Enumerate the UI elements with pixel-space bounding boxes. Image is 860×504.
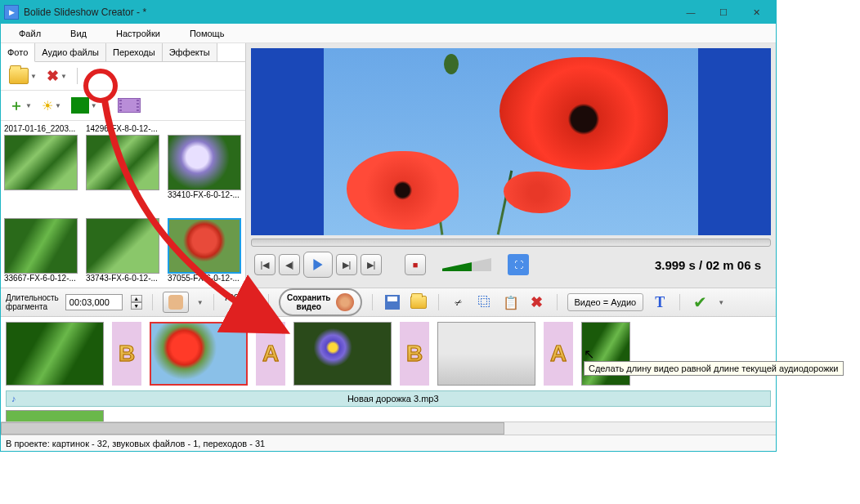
audio-track[interactable]: ♪ Новая дорожка 3.mp3 <box>6 390 771 407</box>
thumbnail-item[interactable]: 33410-FX-6-0-12-... <box>168 124 241 201</box>
cursor-icon: ↖ <box>584 346 594 362</box>
paste-button[interactable]: 📋 <box>501 292 521 312</box>
effect-button[interactable]: ☀▼ <box>38 96 65 115</box>
floppy-icon <box>385 295 400 310</box>
app-window: Bolide Slideshow Creator - * — ☐ ✕ Файл … <box>0 0 777 452</box>
duration-down[interactable]: ▼ <box>131 302 142 310</box>
remove-button[interactable]: ✖ <box>527 292 547 312</box>
thumbnail-item[interactable]: 14296-FX-8-0-12-... <box>86 124 159 201</box>
music-note-icon: ♪ <box>11 394 16 404</box>
scissors-icon: ✂ <box>452 296 464 309</box>
close-button[interactable]: ✕ <box>740 2 773 22</box>
last-frame-button[interactable]: ▶| <box>361 254 382 275</box>
x-icon: ✖ <box>531 293 543 311</box>
minimize-button[interactable]: — <box>674 2 707 22</box>
volume-slider[interactable] <box>442 258 491 271</box>
file-toolbar: ▼ ✖▼ <box>1 62 245 91</box>
timeline-clip[interactable] <box>150 322 248 386</box>
transition[interactable]: A <box>256 322 285 386</box>
time-display: 3.999 s / 02 m 06 s <box>655 258 768 272</box>
status-text: В проекте: картинок - 32, звуковых файло… <box>6 439 265 448</box>
save-button[interactable] <box>383 292 402 312</box>
transition[interactable]: B <box>400 322 429 386</box>
thumbnail-item[interactable]: 2017-01-16_2203... <box>4 124 78 201</box>
plus-icon: ＋ <box>9 96 24 115</box>
play-button[interactable] <box>303 252 333 278</box>
first-frame-button[interactable]: |◀ <box>254 254 275 275</box>
window-title: Bolide Slideshow Creator - * <box>24 7 674 18</box>
menu-help[interactable]: Помощь <box>178 26 236 41</box>
tab-photo[interactable]: Фото <box>1 43 35 62</box>
video-equals-audio-button[interactable]: Видео = Аудио <box>567 293 644 311</box>
duration-input[interactable]: 00:03,000 <box>65 294 123 310</box>
main-toolbar: Длительность фрагмента 00:03,000 ▲▼ ▼ 72… <box>1 288 776 317</box>
transition[interactable]: B <box>112 322 141 386</box>
save-video-button[interactable]: Сохранить видео <box>279 288 362 316</box>
menubar: Файл Вид Настройки Помощь <box>1 24 776 43</box>
timeline-clip[interactable] <box>6 410 104 421</box>
fullscreen-button[interactable]: ⛶ <box>508 254 529 275</box>
timeline-clip[interactable] <box>6 322 104 386</box>
open-button[interactable] <box>409 292 428 312</box>
menu-file[interactable]: Файл <box>7 26 52 41</box>
record-icon <box>336 293 354 311</box>
thumbnail-item[interactable]: 33667-FX-6-0-12-... <box>4 207 78 284</box>
preview-panel: |◀ ◀| ▶| ▶| ■ ⛶ 3.999 s / 02 m 06 s <box>246 43 776 288</box>
check-icon: ✔ <box>693 292 707 312</box>
seek-bar[interactable] <box>251 239 771 247</box>
delete-button[interactable]: ✖▼ <box>43 65 70 87</box>
thumbnail-item[interactable]: 33743-FX-6-0-12-... <box>86 207 159 284</box>
film-button[interactable] <box>114 96 144 114</box>
thumbnail-item[interactable]: 37055-FX-6-0-12-... <box>168 207 241 284</box>
open-folder-button[interactable]: ▼ <box>6 66 40 86</box>
next-frame-button[interactable]: ▶| <box>336 254 357 275</box>
color-button[interactable]: ▼ <box>68 96 101 115</box>
face-button[interactable] <box>163 292 189 313</box>
apply-button[interactable]: ✔ <box>690 292 710 312</box>
menu-settings[interactable]: Настройки <box>105 26 172 41</box>
playback-controls: |◀ ◀| ▶| ▶| ■ ⛶ 3.999 s / 02 m 06 s <box>251 247 771 283</box>
tabs: Фото Аудио файлы Переходы Эффекты <box>1 43 245 62</box>
maximize-button[interactable]: ☐ <box>707 2 740 22</box>
stop-button[interactable]: ■ <box>405 254 426 275</box>
duration-up[interactable]: ▲ <box>131 295 142 302</box>
resolution-label: 720x5764:3 <box>224 293 258 311</box>
add-button[interactable]: ＋▼ <box>6 94 35 117</box>
menu-view[interactable]: Вид <box>59 26 98 41</box>
film-icon <box>118 98 141 113</box>
timeline-clip[interactable] <box>437 322 535 386</box>
audio-track-name: Новая дорожка 3.mp3 <box>21 394 766 404</box>
folder-icon <box>9 68 29 84</box>
sun-icon: ☀ <box>42 98 53 114</box>
prev-frame-button[interactable]: ◀| <box>279 254 300 275</box>
tab-transitions[interactable]: Переходы <box>106 43 163 61</box>
timeline-clip[interactable] <box>293 322 392 386</box>
horizontal-scrollbar[interactable] <box>1 421 776 435</box>
tab-effects[interactable]: Эффекты <box>163 43 217 61</box>
thumbnail-grid: 2017-01-16_2203... 14296-FX-8-0-12-... 3… <box>1 121 245 288</box>
cut-button[interactable]: ✂ <box>445 289 472 316</box>
titlebar: Bolide Slideshow Creator - * — ☐ ✕ <box>1 1 776 24</box>
text-icon: T <box>655 294 665 311</box>
left-panel: Фото Аудио файлы Переходы Эффекты ▼ ✖▼ ＋… <box>1 43 246 288</box>
color-swatch <box>71 97 89 114</box>
svg-marker-0 <box>313 259 322 270</box>
tab-audio[interactable]: Аудио файлы <box>35 43 106 61</box>
x-icon: ✖ <box>47 67 59 85</box>
tooltip: Сделать длину видео равной длине текущей… <box>584 361 844 376</box>
transition[interactable]: A <box>544 322 573 386</box>
timeline[interactable]: B A B A <box>1 317 776 390</box>
app-icon <box>4 5 19 20</box>
edit-toolbar: ＋▼ ☀▼ ▼ <box>1 91 245 121</box>
statusbar: В проекте: картинок - 32, звуковых файло… <box>1 435 776 451</box>
timeline-row-2[interactable] <box>1 410 776 421</box>
preview-viewport <box>251 48 771 235</box>
copy-button[interactable]: ⿻ <box>475 292 495 312</box>
folder-icon <box>410 296 427 309</box>
text-button[interactable]: T <box>650 292 670 312</box>
duration-label: Длительность фрагмента <box>6 293 59 311</box>
